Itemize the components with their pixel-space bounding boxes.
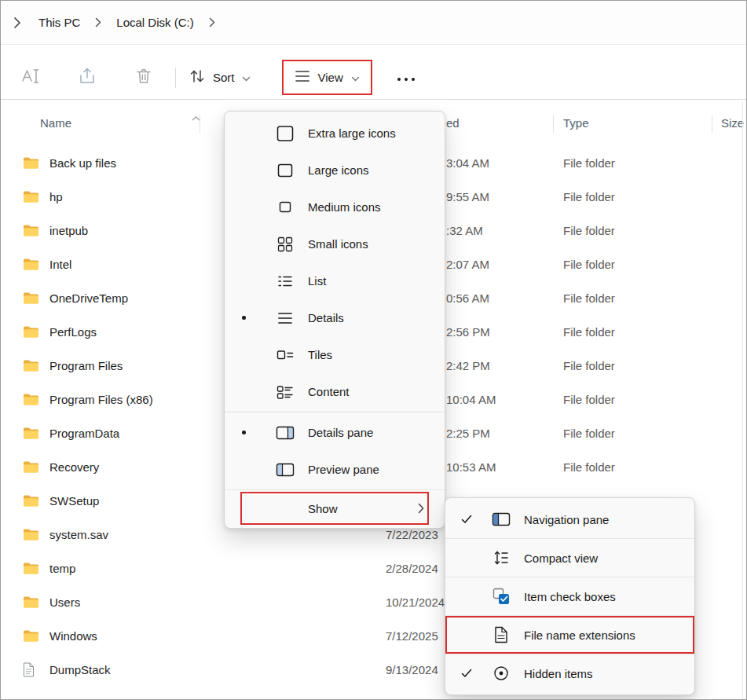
navigation-pane-icon (491, 512, 511, 526)
view-button[interactable]: View (282, 60, 372, 95)
view-label: View (318, 71, 343, 84)
menu-item-label: Compact view (524, 552, 598, 565)
file-name: Recovery (49, 460, 99, 474)
show-menu-item-compact-view[interactable]: Compact view (445, 539, 694, 577)
folder-icon (23, 460, 39, 474)
share-button[interactable] (76, 67, 98, 89)
view-menu-item-tiles[interactable]: Tiles (225, 336, 445, 373)
file-type: File folder (563, 393, 615, 406)
folder-icon (23, 596, 39, 609)
file-date-modified: 2:25 PM (446, 427, 490, 440)
file-name: hp (49, 190, 63, 203)
column-header-type[interactable]: Type (563, 116, 589, 130)
content-icon (275, 385, 295, 399)
folder-icon (23, 393, 39, 406)
view-dropdown-menu: Extra large icons Large icons Medium ico… (224, 111, 445, 529)
toolbar-divider (175, 68, 176, 88)
file-date-modified: 2:56 PM (446, 325, 490, 339)
file-type: File folder (563, 359, 615, 372)
menu-item-label: Tiles (308, 348, 332, 361)
sort-button[interactable]: Sort (189, 68, 251, 87)
folder-icon (23, 258, 39, 271)
view-menu-item-large-icons[interactable]: Large icons (225, 152, 445, 189)
column-divider[interactable] (712, 115, 712, 134)
column-header-name[interactable]: Name (40, 116, 71, 130)
hidden-items-icon (491, 665, 511, 682)
menu-item-label: List (308, 274, 326, 288)
sort-label: Sort (213, 71, 235, 84)
folder-icon (23, 528, 39, 541)
selected-bullet (242, 316, 261, 320)
more-options-button[interactable] (396, 71, 416, 85)
file-date-modified: :32 AM (446, 224, 483, 237)
view-menu-item-small-icons[interactable]: Small icons (225, 225, 445, 262)
file-date-modified: 7/12/2025 (386, 629, 438, 643)
checkmark-icon (461, 669, 480, 678)
view-menu-item-content[interactable]: Content (225, 373, 445, 410)
view-menu-item-details[interactable]: Details (225, 299, 445, 336)
file-type: File folder (563, 224, 615, 237)
view-menu-item-show[interactable]: Show (240, 492, 429, 525)
compact-view-icon (491, 550, 511, 566)
file-name: temp (49, 562, 75, 575)
menu-item-label: Item check boxes (524, 590, 616, 603)
file-type: File folder (563, 325, 615, 339)
column-header-date-modified[interactable]: ed (446, 116, 460, 130)
file-date-modified: 7/22/2023 (386, 528, 438, 541)
tiles-icon (275, 349, 295, 361)
item-check-boxes-icon (491, 588, 511, 605)
menu-item-label: Details (308, 311, 344, 324)
column-divider[interactable] (553, 115, 554, 134)
delete-button[interactable] (133, 67, 155, 89)
small-icons-icon (275, 236, 295, 252)
forward-chevron-icon[interactable] (12, 16, 31, 29)
folder-icon (23, 359, 39, 372)
trash-icon (134, 67, 153, 89)
file-date-modified: 10:04 AM (446, 393, 496, 406)
view-menu-item-medium-icons[interactable]: Medium icons (225, 189, 445, 225)
file-name: Program Files (49, 359, 123, 372)
view-menu-item-list[interactable]: List (225, 262, 445, 299)
file-name-extensions-icon (491, 626, 511, 643)
file-name: PerfLogs (49, 325, 97, 339)
folder-icon (23, 190, 39, 203)
details-icon (275, 312, 295, 324)
view-menu-item-details-pane[interactable]: Details pane (225, 414, 445, 451)
rename-button[interactable] (20, 67, 42, 89)
folder-icon (23, 291, 39, 305)
file-date-modified: 3:04 AM (446, 156, 489, 170)
list-icon (275, 274, 295, 288)
file-name: inetpub (49, 224, 88, 237)
view-menu-item-extra-large-icons[interactable]: Extra large icons (225, 115, 445, 152)
column-divider[interactable] (200, 115, 200, 134)
file-name: SWSetup (49, 494, 99, 508)
breadcrumb-this-pc[interactable]: This PC (31, 11, 88, 34)
show-menu-item-item-check-boxes[interactable]: Item check boxes (445, 577, 694, 615)
checkmark-icon (461, 515, 480, 524)
file-date-modified: 10:53 AM (446, 460, 496, 474)
view-menu-item-preview-pane[interactable]: Preview pane (225, 451, 445, 488)
show-submenu: Navigation pane Compact view Item check … (445, 497, 695, 695)
show-menu-item-file-name-extensions[interactable]: File name extensions (445, 616, 694, 654)
breadcrumb-chevron-icon[interactable] (88, 17, 108, 27)
menu-separator (225, 412, 445, 412)
file-type: File folder (563, 258, 615, 271)
file-name: system.sav (49, 528, 108, 541)
menu-item-label: Details pane (308, 426, 373, 439)
show-menu-item-hidden-items[interactable]: Hidden items (445, 654, 694, 692)
breadcrumb: This PC Local Disk (C:) (1, 1, 746, 45)
menu-item-label: Preview pane (308, 463, 379, 476)
file-date-modified: 2:42 PM (446, 359, 490, 372)
file-date-modified: 2:07 AM (446, 258, 489, 271)
selected-bullet (242, 431, 261, 434)
column-header-size[interactable]: Size (721, 116, 744, 130)
file-name: Users (49, 596, 80, 609)
breadcrumb-local-disk[interactable]: Local Disk (C:) (108, 11, 201, 34)
file-name: ProgramData (49, 427, 119, 440)
breadcrumb-chevron-icon[interactable] (202, 17, 222, 27)
scrollbar-track[interactable] (742, 101, 743, 699)
file-date-modified: 2/28/2024 (386, 562, 438, 575)
details-pane-icon (275, 426, 295, 440)
show-menu-item-navigation-pane[interactable]: Navigation pane (445, 500, 694, 538)
file-name: Intel (49, 258, 71, 271)
